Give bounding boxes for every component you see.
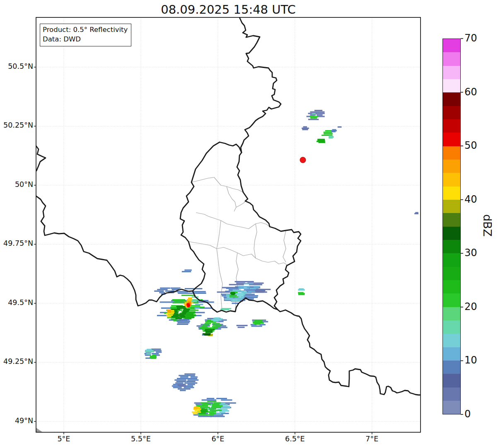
colorbar-band (443, 66, 460, 79)
colorbar-band (443, 160, 460, 173)
country-borders (36, 17, 421, 395)
colorbar-band (443, 92, 460, 106)
colorbar-band (443, 200, 460, 213)
colorbar-band (443, 119, 460, 133)
colorbar-band (443, 39, 460, 52)
colorbar-band (443, 334, 460, 347)
y-tick-label-0: 50.5°N (1, 62, 33, 70)
colorbar-band (443, 186, 460, 200)
colorbar-band (443, 79, 460, 92)
y-tick-label-3: 49.75°N (1, 239, 33, 247)
colorbar-band (443, 401, 460, 414)
colorbar-band (443, 253, 460, 266)
gridlines (36, 17, 421, 432)
colorbar-band (443, 347, 460, 361)
colorbar-tick-label-30: 30 (464, 247, 477, 259)
x-tick-label-4: 7°E (353, 435, 391, 443)
colorbar-tick-label-0: 0 (464, 408, 471, 420)
colorbar-tick-label-70: 70 (464, 32, 477, 44)
data-source-line: Data: DWD (43, 34, 128, 44)
x-tick-label-3: 6.5°E (276, 435, 314, 443)
colorbar-tick-label-10: 10 (464, 354, 477, 366)
colorbar-band (443, 361, 460, 374)
y-tick-label-4: 49.5°N (1, 298, 33, 307)
colorbar (442, 39, 461, 414)
colorbar-band (443, 293, 460, 307)
y-tick-label-6: 49°N (1, 417, 33, 425)
axis-ticks (34, 67, 372, 434)
colorbar-band (443, 307, 460, 320)
colorbar-title: dBZ (481, 214, 494, 237)
colorbar-band (443, 267, 460, 280)
map-plot (0, 0, 498, 448)
product-info-box: Product: 0.5° Reflectivity Data: DWD (40, 24, 131, 46)
y-tick-label-1: 50.25°N (1, 121, 33, 129)
colorbar-band (443, 387, 460, 401)
colorbar-band (443, 374, 460, 387)
y-tick-label-2: 50°N (1, 180, 33, 189)
colorbar-band (443, 213, 460, 226)
colorbar-band (443, 173, 460, 186)
colorbar-tick-label-60: 60 (464, 86, 477, 98)
colorbar-band (443, 52, 460, 65)
radar-figure: 08.09.2025 15:48 UTC Product: 0.5° Refle… (0, 0, 498, 448)
y-tick-label-5: 49.25°N (1, 357, 33, 366)
x-tick-label-1: 5.5°E (122, 435, 160, 443)
product-line: Product: 0.5° Reflectivity (43, 25, 128, 34)
colorbar-tick-label-40: 40 (464, 194, 477, 205)
x-tick-label-0: 5°E (45, 435, 82, 443)
colorbar-band (443, 240, 460, 253)
colorbar-band (443, 133, 460, 146)
colorbar-tick-label-50: 50 (464, 140, 477, 151)
colorbar-band (443, 280, 460, 293)
colorbar-band (443, 227, 460, 240)
colorbar-tick-label-20: 20 (464, 301, 477, 312)
radar-site-marker (300, 157, 306, 163)
map-frame (36, 17, 421, 432)
x-tick-label-2: 6°E (199, 435, 237, 443)
colorbar-band (443, 146, 460, 160)
corner-land-patch (36, 428, 43, 432)
colorbar-band (443, 320, 460, 334)
colorbar-band (443, 106, 460, 119)
